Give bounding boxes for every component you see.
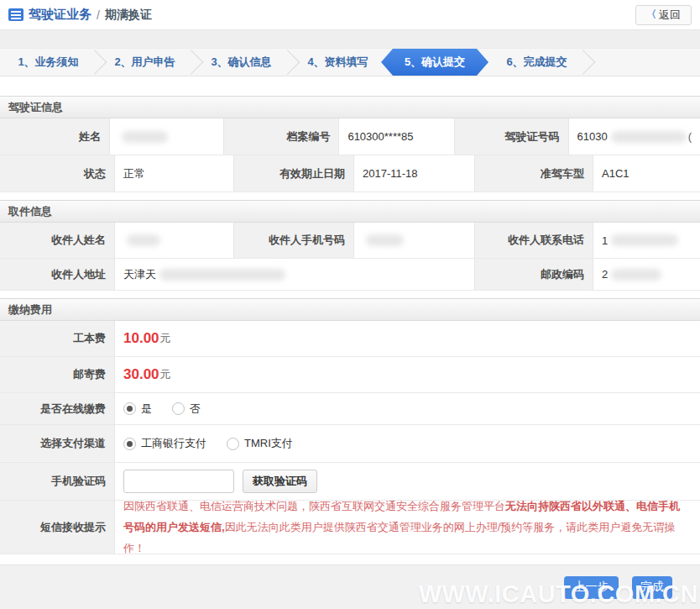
vehicle-class-value: A1C1 <box>593 155 700 192</box>
radio-channel-icbc[interactable] <box>123 438 136 450</box>
pickup-section-title: 取件信息 <box>0 200 700 223</box>
page: 驾驶证业务 / 期满换证 〈 返回 1、业务须知 2、用户申告 3、确认信息 4… <box>0 0 700 609</box>
table-row: 姓名 档案编号 610300****85 驾驶证号码 61030( <box>0 118 700 155</box>
license-table: 姓名 档案编号 610300****85 驾驶证号码 61030( 状态 正常 … <box>0 118 700 192</box>
previous-step-button[interactable]: 上一步 <box>564 576 619 599</box>
back-button-label: 返回 <box>659 8 681 23</box>
radio-online-no[interactable] <box>172 402 185 415</box>
step-1-business-notice: 1、业务须知 <box>0 49 97 76</box>
payment-section-title: 缴纳费用 <box>0 298 700 321</box>
online-payment-options: 是 否 <box>115 393 700 424</box>
table-row: 收件人姓名 收件人手机号码 收件人联系电话 1 <box>0 223 700 259</box>
step-6-complete-submit: 6、完成提交 <box>488 49 585 76</box>
redacted-blur <box>611 234 678 246</box>
production-fee-label: 工本费 <box>0 321 115 356</box>
radio-channel-icbc-label: 工商银行支付 <box>141 436 206 451</box>
spacer-band <box>0 30 700 48</box>
sms-code-input[interactable] <box>123 470 234 493</box>
status-value: 正常 <box>115 155 234 192</box>
redacted-blur <box>122 131 168 143</box>
vehicle-class-label: 准驾车型 <box>475 155 593 192</box>
radio-online-yes[interactable] <box>123 402 136 415</box>
license-no-label: 驾驶证号码 <box>455 118 568 155</box>
radio-online-yes-label: 是 <box>141 402 152 417</box>
step-nav: 1、业务须知 2、用户申告 3、确认信息 4、资料填写 5、确认提交 6、完成提… <box>0 48 700 76</box>
payment-table: 工本费 10.00元 邮寄费 30.00元 是否在线缴费 是 否 选择支付渠道 … <box>0 321 700 554</box>
channel-options: 工商银行支付 TMRI支付 <box>115 425 700 462</box>
step-3-confirm-info: 3、确认信息 <box>193 49 290 76</box>
table-row: 选择支付渠道 工商银行支付 TMRI支付 <box>0 425 700 463</box>
recipient-mobile-value <box>354 223 475 258</box>
breadcrumb-current: 期满换证 <box>105 8 152 23</box>
radio-online-no-label: 否 <box>190 402 201 417</box>
file-no-label: 档案编号 <box>224 118 339 155</box>
recipient-mobile-label: 收件人手机号码 <box>234 223 354 258</box>
mailing-fee-value: 30.00元 <box>115 357 700 392</box>
page-title: 驾驶证业务 <box>29 7 91 23</box>
step-5-confirm-submit-active: 5、确认提交 <box>381 49 488 76</box>
sms-notice-label: 短信接收提示 <box>0 501 115 554</box>
radio-channel-tmri-label: TMRI支付 <box>244 436 293 451</box>
redacted-blur <box>366 234 404 246</box>
name-label: 姓名 <box>0 118 110 155</box>
name-value <box>110 118 224 155</box>
production-fee-value: 10.00元 <box>115 321 700 356</box>
channel-label: 选择支付渠道 <box>0 425 115 462</box>
content: 驾驶证信息 姓名 档案编号 610300****85 驾驶证号码 61030( … <box>0 76 700 564</box>
finish-button[interactable]: 完成 <box>632 576 672 599</box>
breadcrumb-separator: / <box>97 8 100 22</box>
table-row: 收件人地址 天津天 邮政编码 2 <box>0 259 700 291</box>
redacted-blur <box>611 131 687 143</box>
recipient-phone-value: 1 <box>593 223 700 258</box>
topbar: 驾驶证业务 / 期满换证 〈 返回 <box>0 0 700 30</box>
table-row: 状态 正常 有效期止日期 2017-11-18 准驾车型 A1C1 <box>0 155 700 192</box>
radio-channel-tmri[interactable] <box>227 438 239 450</box>
breadcrumb: 驾驶证业务 / 期满换证 <box>8 7 152 23</box>
expiry-value: 2017-11-18 <box>354 155 475 192</box>
pickup-table: 收件人姓名 收件人手机号码 收件人联系电话 1 收件人地址 天津天 邮政编码 2 <box>0 223 700 291</box>
table-row: 邮寄费 30.00元 <box>0 357 700 393</box>
list-icon <box>8 8 24 21</box>
sms-notice-cell: 因陕西省联通、电信运营商技术问题，陕西省互联网交通安全综合服务管理平台无法向持陕… <box>115 501 700 554</box>
step-2-user-declaration: 2、用户申告 <box>97 49 193 76</box>
back-chevron-icon: 〈 <box>646 8 656 22</box>
redacted-blur <box>127 234 160 246</box>
address-value: 天津天 <box>115 259 475 290</box>
status-label: 状态 <box>0 155 115 192</box>
postcode-label: 邮政编码 <box>475 259 593 290</box>
footer: 上一步 完成 WWW.ICAUTO.COM.CN <box>0 564 700 609</box>
recipient-name-value <box>115 223 234 258</box>
file-no-value: 610300****85 <box>339 118 455 155</box>
recipient-name-label: 收件人姓名 <box>0 223 115 258</box>
license-no-value: 61030( <box>569 118 700 155</box>
expiry-label: 有效期止日期 <box>234 155 354 192</box>
online-payment-label: 是否在线缴费 <box>0 393 115 424</box>
postcode-value: 2 <box>593 259 700 290</box>
redacted-blur <box>611 269 661 281</box>
table-row: 工本费 10.00元 <box>0 321 700 357</box>
table-row: 是否在线缴费 是 否 <box>0 393 700 425</box>
table-row: 短信接收提示 因陕西省联通、电信运营商技术问题，陕西省互联网交通安全综合服务管理… <box>0 501 700 554</box>
back-button[interactable]: 〈 返回 <box>635 5 692 25</box>
get-code-button[interactable]: 获取验证码 <box>243 470 317 493</box>
address-label: 收件人地址 <box>0 259 115 290</box>
recipient-phone-label: 收件人联系电话 <box>475 223 593 258</box>
step-4-fill-data: 4、资料填写 <box>290 49 386 76</box>
sms-notice-text: 因陕西省联通、电信运营商技术问题，陕西省互联网交通安全综合服务管理平台无法向持陕… <box>123 491 692 564</box>
license-section-title: 驾驶证信息 <box>0 96 700 118</box>
redacted-blur <box>159 269 285 281</box>
sms-code-label: 手机验证码 <box>0 463 115 500</box>
mailing-fee-label: 邮寄费 <box>0 357 115 392</box>
